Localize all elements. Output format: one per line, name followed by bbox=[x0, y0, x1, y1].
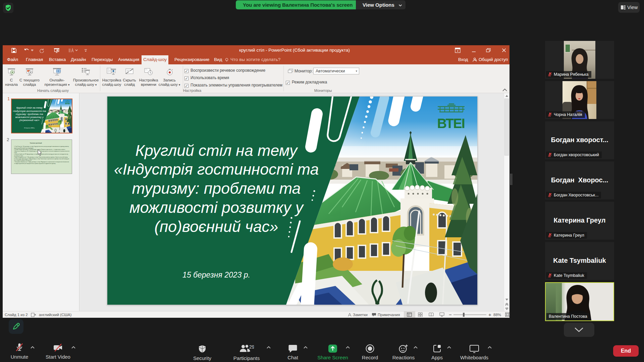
svg-text:29: 29 bbox=[249, 344, 254, 350]
